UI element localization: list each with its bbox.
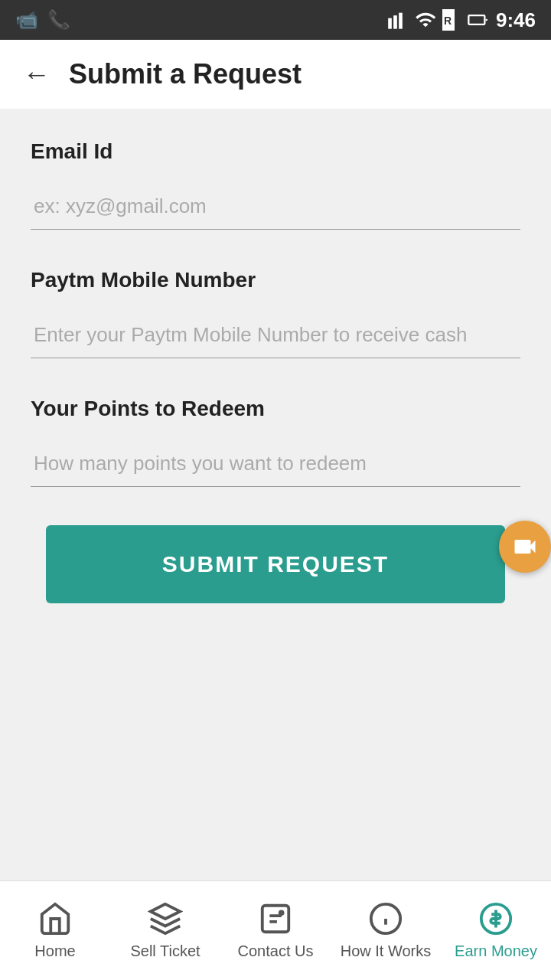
floating-video-button[interactable] bbox=[499, 521, 551, 573]
page-title: Submit a Request bbox=[69, 58, 302, 90]
nav-item-earn-money[interactable]: Earn Money bbox=[441, 881, 551, 980]
wifi-icon bbox=[415, 9, 436, 31]
svg-rect-0 bbox=[388, 18, 392, 29]
email-label: Email Id bbox=[31, 139, 520, 164]
video-icon: 📹 bbox=[15, 9, 38, 31]
back-button[interactable]: ← bbox=[23, 58, 51, 90]
nav-label-how-it-works: How It Works bbox=[341, 942, 432, 960]
status-left-icons: 📹 📞 bbox=[15, 9, 70, 31]
signal-bars-icon bbox=[387, 9, 409, 31]
network-r-icon: R bbox=[442, 9, 461, 31]
info-icon bbox=[368, 901, 403, 936]
nav-item-contact-us[interactable]: Contact Us bbox=[220, 881, 331, 980]
contact-icon bbox=[258, 901, 293, 936]
earn-money-icon bbox=[478, 901, 514, 936]
submit-request-button[interactable]: SUBMIT REQUEST bbox=[46, 525, 505, 603]
status-right-icons: R 9:46 bbox=[387, 8, 536, 32]
form-content: Email Id Paytm Mobile Number Your Points… bbox=[0, 109, 551, 880]
svg-rect-1 bbox=[393, 15, 397, 28]
battery-icon bbox=[467, 9, 488, 31]
mobile-input[interactable] bbox=[31, 315, 520, 358]
status-bar: 📹 📞 R 9:46 bbox=[0, 0, 551, 40]
points-input[interactable] bbox=[31, 444, 520, 487]
svg-text:R: R bbox=[444, 15, 452, 27]
nav-label-contact-us: Contact Us bbox=[238, 942, 314, 960]
nav-label-sell-ticket: Sell Ticket bbox=[130, 942, 200, 960]
mobile-field-group: Paytm Mobile Number bbox=[31, 268, 520, 358]
sell-ticket-icon bbox=[148, 901, 183, 936]
nav-item-how-it-works[interactable]: How It Works bbox=[331, 881, 441, 980]
svg-rect-6 bbox=[262, 906, 289, 933]
svg-rect-2 bbox=[399, 13, 403, 29]
video-camera-icon bbox=[511, 533, 539, 560]
nav-item-home[interactable]: Home bbox=[0, 881, 110, 980]
app-header: ← Submit a Request bbox=[0, 40, 551, 109]
time-display: 9:46 bbox=[496, 8, 536, 32]
home-icon bbox=[37, 901, 73, 936]
points-field-group: Your Points to Redeem bbox=[31, 397, 520, 487]
email-input[interactable] bbox=[31, 187, 520, 230]
nav-label-earn-money: Earn Money bbox=[455, 942, 537, 960]
svg-point-7 bbox=[279, 910, 285, 916]
email-field-group: Email Id bbox=[31, 139, 520, 230]
points-label: Your Points to Redeem bbox=[31, 397, 520, 421]
phone-icon: 📞 bbox=[47, 9, 70, 31]
svg-rect-5 bbox=[468, 15, 484, 24]
nav-item-sell-ticket[interactable]: Sell Ticket bbox=[110, 881, 220, 980]
bottom-navigation: Home Sell Ticket Contact Us How It Works… bbox=[0, 880, 551, 980]
mobile-label: Paytm Mobile Number bbox=[31, 268, 520, 292]
nav-label-home: Home bbox=[34, 942, 75, 960]
